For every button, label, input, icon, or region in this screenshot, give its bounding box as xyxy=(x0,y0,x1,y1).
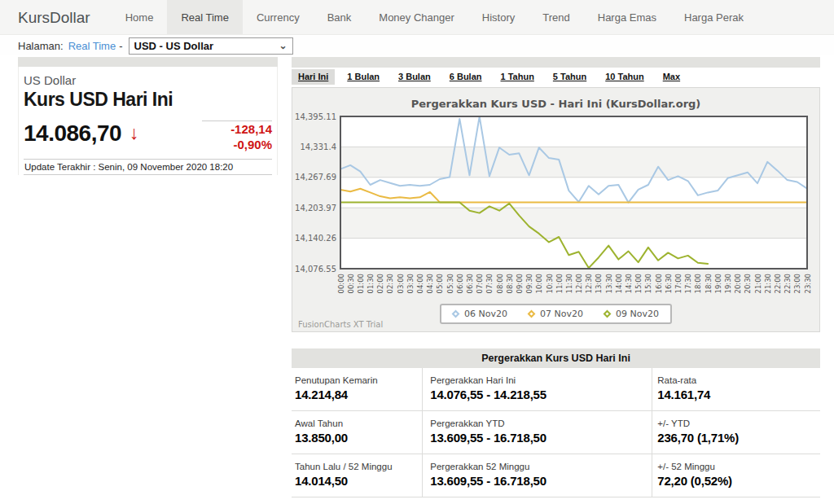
svg-text:14:00: 14:00 xyxy=(615,274,623,294)
down-arrow-icon: ↓ xyxy=(129,122,139,144)
svg-text:05:00: 05:00 xyxy=(436,274,444,294)
svg-text:13:30: 13:30 xyxy=(605,274,613,294)
quote-body: US Dollar Kurs USD Hari Ini 14.086,70 ↓ … xyxy=(18,67,278,175)
svg-text:14,140.26: 14,140.26 xyxy=(295,234,336,243)
svg-text:14,203.97: 14,203.97 xyxy=(295,204,336,213)
tab-1-tahun[interactable]: 1 Tahun xyxy=(494,69,541,85)
svg-text:00:00: 00:00 xyxy=(337,274,345,294)
table-cell: Pergerakkan 52 Minggu 13.609,55 - 16.718… xyxy=(422,454,652,497)
summary-table-title: Pergerakkan Kurs USD Hari Ini xyxy=(292,348,820,368)
svg-text:19:30: 19:30 xyxy=(724,274,732,294)
legend-box: 06 Nov20 07 Nov20 09 Nov20 xyxy=(440,304,672,324)
svg-text:20:00: 20:00 xyxy=(734,274,742,294)
svg-text:14,395.11: 14,395.11 xyxy=(295,112,336,121)
nav-item-real-time[interactable]: Real Time xyxy=(167,0,243,34)
svg-text:07:00: 07:00 xyxy=(476,274,484,294)
legend-item-09nov[interactable]: 09 Nov20 xyxy=(604,309,659,319)
svg-text:14,076.55: 14,076.55 xyxy=(295,265,336,274)
currency-select-value: USD - US Dollar xyxy=(134,40,214,52)
svg-text:16:00: 16:00 xyxy=(655,274,663,294)
svg-text:02:30: 02:30 xyxy=(386,274,394,294)
svg-text:02:00: 02:00 xyxy=(376,274,384,294)
currency-select[interactable]: USD - US Dollar ⌄ xyxy=(129,37,293,55)
nav-item-trend[interactable]: Trend xyxy=(529,0,583,34)
svg-text:23:30: 23:30 xyxy=(804,274,812,294)
table-cell: Tahun Lalu / 52 Minggu 14.014,50 xyxy=(292,454,422,497)
site-logo[interactable]: KursDollar xyxy=(0,0,112,34)
svg-text:20:30: 20:30 xyxy=(744,274,752,294)
svg-text:12:00: 12:00 xyxy=(575,274,583,294)
usd-line-chart: 14,395.1114,331.414,267.6914,203.9714,14… xyxy=(292,112,821,307)
svg-text:09:30: 09:30 xyxy=(525,274,533,294)
breadcrumb-separator: - xyxy=(119,40,122,52)
svg-text:22:00: 22:00 xyxy=(774,274,782,294)
svg-text:01:30: 01:30 xyxy=(367,274,375,294)
tab-5-tahun[interactable]: 5 Tahun xyxy=(546,69,593,85)
svg-text:08:30: 08:30 xyxy=(506,274,514,294)
real-time-link[interactable]: Real Time xyxy=(68,40,116,52)
svg-text:00:30: 00:30 xyxy=(347,274,355,294)
svg-text:08:00: 08:00 xyxy=(496,274,504,294)
svg-text:03:00: 03:00 xyxy=(397,274,405,294)
diamond-icon xyxy=(528,310,536,318)
tab-10-tahun[interactable]: 10 Tahun xyxy=(599,69,650,85)
currency-name: US Dollar xyxy=(24,73,272,87)
nav-item-money-changer[interactable]: Money Changer xyxy=(365,0,468,34)
top-navbar: KursDollar Home Real Time Currency Bank … xyxy=(0,0,834,35)
table-cell: +/- YTD 236,70 (1,71%) xyxy=(652,411,820,454)
table-cell: Awal Tahun 13.850,00 xyxy=(292,411,422,454)
change-value: -128,14 xyxy=(202,122,272,138)
quote-panel-topbar xyxy=(18,57,278,67)
summary-grid: Penutupan Kemarin 14.214,84 Pergerakkan … xyxy=(292,368,820,497)
legend-item-06nov[interactable]: 06 Nov20 xyxy=(453,309,507,319)
svg-text:22:30: 22:30 xyxy=(784,274,792,294)
svg-text:17:30: 17:30 xyxy=(684,274,692,294)
svg-text:10:30: 10:30 xyxy=(546,274,554,294)
nav-item-history[interactable]: History xyxy=(468,0,529,34)
nav-item-bank[interactable]: Bank xyxy=(314,0,366,34)
nav-item-harga-emas[interactable]: Harga Emas xyxy=(584,0,670,34)
svg-text:14:30: 14:30 xyxy=(625,274,633,294)
svg-text:15:30: 15:30 xyxy=(644,274,652,294)
table-cell: +/- 52 Minggu 72,20 (0,52%) xyxy=(652,454,820,497)
table-cell: Pergerakkan Hari Ini 14.076,55 - 14.218,… xyxy=(422,368,652,411)
svg-text:04:30: 04:30 xyxy=(426,274,434,294)
tab-hari-ini[interactable]: Hari Ini xyxy=(292,69,335,85)
svg-text:21:30: 21:30 xyxy=(764,274,772,294)
svg-text:11:00: 11:00 xyxy=(555,274,564,294)
svg-text:18:30: 18:30 xyxy=(705,274,713,294)
change-percent: -0,90% xyxy=(202,138,272,153)
svg-text:19:00: 19:00 xyxy=(714,274,722,294)
legend-item-07nov[interactable]: 07 Nov20 xyxy=(529,309,583,319)
svg-text:05:30: 05:30 xyxy=(446,274,454,294)
summary-table: Pergerakkan Kurs USD Hari Ini Penutupan … xyxy=(292,348,820,497)
current-rate: 14.086,70 xyxy=(24,121,121,147)
nav-item-harga-perak[interactable]: Harga Perak xyxy=(670,0,757,34)
chevron-down-icon: ⌄ xyxy=(279,42,287,50)
svg-text:06:30: 06:30 xyxy=(466,274,474,294)
tab-1-bulan[interactable]: 1 Bulan xyxy=(340,69,386,85)
svg-text:23:00: 23:00 xyxy=(793,274,801,294)
svg-text:04:00: 04:00 xyxy=(416,274,424,294)
table-cell: Rata-rata 14.161,74 xyxy=(652,368,820,411)
svg-text:15:00: 15:00 xyxy=(634,274,643,294)
svg-text:03:30: 03:30 xyxy=(406,274,415,294)
table-cell: Penutupan Kemarin 14.214,84 xyxy=(292,368,422,411)
page-title: Kurs USD Hari Ini xyxy=(24,89,272,111)
tab-6-bulan[interactable]: 6 Bulan xyxy=(443,69,489,85)
table-cell: Pergerakkan YTD 13.609,55 - 16.718,50 xyxy=(422,411,652,454)
tab-3-bulan[interactable]: 3 Bulan xyxy=(392,69,437,85)
chart-container: Pergerakkan Kurs USD - Hari Ini (KursDol… xyxy=(292,87,820,332)
page-label: Halaman: xyxy=(18,40,64,52)
svg-text:18:00: 18:00 xyxy=(694,274,702,294)
nav-item-currency[interactable]: Currency xyxy=(243,0,314,34)
chart-title: Pergerakkan Kurs USD - Hari Ini (KursDol… xyxy=(292,88,819,110)
svg-text:14,267.69: 14,267.69 xyxy=(295,173,336,182)
chart-panel-topbar xyxy=(292,57,820,68)
tab-max[interactable]: Max xyxy=(656,69,687,85)
nav-item-home[interactable]: Home xyxy=(112,0,168,34)
svg-text:09:00: 09:00 xyxy=(516,274,524,294)
svg-text:12:30: 12:30 xyxy=(585,274,593,294)
diamond-icon xyxy=(452,310,460,318)
svg-text:13:00: 13:00 xyxy=(595,274,603,294)
